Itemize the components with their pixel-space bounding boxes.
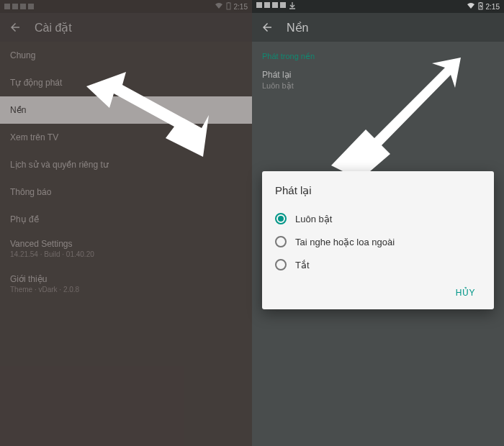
item-label: Thông báo — [10, 187, 51, 197]
radio-label: Tắt — [295, 260, 310, 270]
radio-icon — [275, 213, 287, 224]
right-pane: 2:15 Nền Phát trong nền Phát lại Luôn bậ… — [252, 0, 504, 446]
status-icon — [12, 4, 18, 9]
item-label: Tự động phát — [10, 78, 62, 88]
radio-option-off[interactable]: Tắt — [275, 253, 481, 276]
dialog-title: Phát lại — [275, 184, 481, 197]
status-icon — [20, 4, 26, 9]
item-label: Xem trên TV — [10, 132, 58, 142]
status-time: 2:15 — [234, 3, 248, 11]
wifi-icon — [215, 2, 223, 11]
item-secondary: 14.21.54 · Build · 01.40.20 — [10, 250, 242, 258]
settings-item-vanced[interactable]: Vanced Settings 14.21.54 · Build · 01.40… — [0, 233, 252, 268]
radio-option-headphones[interactable]: Tai nghe hoặc loa ngoài — [275, 230, 481, 253]
status-icon — [4, 4, 10, 9]
page-title: Cài đặt — [35, 21, 72, 35]
app-bar: Cài đặt — [0, 13, 252, 42]
settings-item-general[interactable]: Chung — [0, 42, 252, 69]
back-icon[interactable] — [9, 21, 22, 34]
status-bar: 2:15 — [0, 0, 252, 13]
item-label: Chung — [10, 50, 35, 60]
item-secondary: Theme · vDark · 2.0.8 — [10, 286, 242, 293]
settings-list: Chung Tự động phát Nền Xem trên TV Lịch … — [0, 42, 252, 304]
radio-option-always[interactable]: Luôn bật — [275, 207, 481, 230]
item-label: Vanced Settings — [10, 239, 242, 249]
svg-rect-0 — [227, 3, 230, 9]
radio-icon — [275, 236, 287, 247]
item-label: Lịch sử và quyền riêng tư — [10, 160, 109, 170]
battery-icon — [226, 2, 231, 12]
item-label: Phụ đề — [10, 214, 39, 224]
item-label: Giới thiệu — [10, 274, 242, 284]
item-label: Nền — [10, 105, 26, 115]
settings-item-tv[interactable]: Xem trên TV — [0, 124, 252, 151]
settings-item-notifications[interactable]: Thông báo — [0, 178, 252, 206]
left-pane: 2:15 Cài đặt Chung Tự động phát Nền Xem … — [0, 0, 252, 446]
radio-label: Luôn bật — [295, 214, 332, 224]
settings-item-captions[interactable]: Phụ đề — [0, 206, 252, 233]
cancel-button[interactable]: HỦY — [450, 283, 481, 302]
settings-item-background[interactable]: Nền — [0, 96, 252, 124]
status-icon — [28, 4, 34, 9]
svg-rect-1 — [228, 2, 229, 3]
radio-label: Tai nghe hoặc loa ngoài — [295, 237, 395, 247]
settings-item-autoplay[interactable]: Tự động phát — [0, 69, 252, 96]
playback-dialog: Phát lại Luôn bật Tai nghe hoặc loa ngoà… — [262, 171, 494, 309]
settings-item-history[interactable]: Lịch sử và quyền riêng tư — [0, 151, 252, 178]
settings-item-about[interactable]: Giới thiệu Theme · vDark · 2.0.8 — [0, 268, 252, 304]
radio-icon — [275, 259, 287, 270]
